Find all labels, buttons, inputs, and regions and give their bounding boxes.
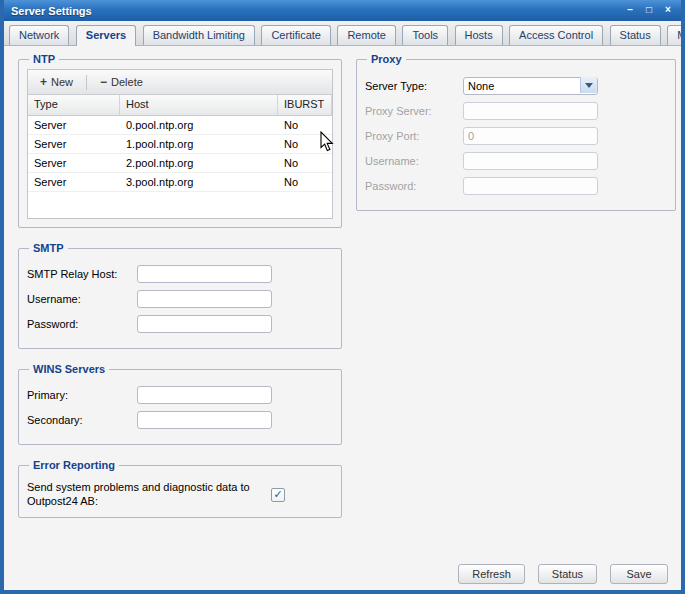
proxy-legend: Proxy [367, 53, 406, 65]
wins-legend: WINS Servers [29, 363, 109, 375]
cell-type: Server [28, 154, 120, 172]
proxy-server-label: Proxy Server: [365, 105, 463, 117]
wins-secondary-label: Secondary: [27, 414, 137, 426]
titlebar[interactable]: Server Settings – □ × [4, 0, 681, 21]
cell-host: 0.pool.ntp.org [120, 116, 278, 134]
wins-primary-field[interactable] [137, 386, 272, 404]
status-button[interactable]: Status [538, 564, 597, 584]
wins-fieldset: WINS Servers Primary: Secondary: [18, 363, 342, 445]
server-type-combo[interactable] [463, 76, 598, 95]
ntp-row[interactable]: Server 3.pool.ntp.org No [28, 173, 332, 192]
toolbar-separator [86, 75, 87, 90]
combo-trigger-button[interactable] [580, 77, 597, 93]
ntp-legend: NTP [29, 53, 59, 65]
cell-iburst: No [278, 135, 332, 153]
wins-secondary-field[interactable] [137, 411, 272, 429]
tab-network[interactable]: Network [9, 25, 69, 45]
minus-icon: − [100, 75, 107, 89]
smtp-username-label: Username: [27, 293, 137, 305]
window-title: Server Settings [11, 5, 92, 17]
footer-button-bar: Refresh Status Save [458, 564, 668, 584]
tab-certificate[interactable]: Certificate [261, 25, 331, 45]
minimize-icon[interactable]: – [623, 4, 637, 17]
error-reporting-text: Send system problems and diagnostic data… [27, 481, 265, 509]
smtp-legend: SMTP [29, 242, 68, 254]
proxy-password-label: Password: [365, 180, 463, 192]
proxy-server-field [463, 102, 598, 120]
delete-button[interactable]: − Delete [92, 72, 151, 92]
cell-iburst: No [278, 154, 332, 172]
tab-hosts[interactable]: Hosts [455, 25, 503, 45]
tab-servers[interactable]: Servers [76, 25, 136, 46]
smtp-fieldset: SMTP SMTP Relay Host: Username: Password… [18, 242, 342, 349]
ntp-grid: + New − Delete Type Host IBURST [27, 69, 333, 219]
ntp-toolbar: + New − Delete [28, 70, 332, 95]
proxy-password-field [463, 177, 598, 195]
refresh-button[interactable]: Refresh [458, 564, 525, 584]
column-header-type[interactable]: Type [28, 95, 120, 115]
new-button-label: New [51, 76, 73, 88]
tab-status[interactable]: Status [610, 25, 661, 45]
smtp-relay-host-label: SMTP Relay Host: [27, 268, 137, 280]
proxy-port-field [463, 127, 598, 145]
chevron-down-icon [585, 83, 593, 88]
ntp-row[interactable]: Server 2.pool.ntp.org No [28, 154, 332, 173]
cell-iburst: No [278, 173, 332, 191]
proxy-username-field [463, 152, 598, 170]
error-reporting-checkbox[interactable]: ✓ [271, 488, 285, 502]
proxy-username-label: Username: [365, 155, 463, 167]
column-header-host[interactable]: Host [120, 95, 278, 115]
column-header-iburst[interactable]: IBURST [278, 95, 332, 115]
wins-primary-label: Primary: [27, 389, 137, 401]
cell-type: Server [28, 135, 120, 153]
cell-host: 3.pool.ntp.org [120, 173, 278, 191]
error-reporting-fieldset: Error Reporting Send system problems and… [18, 459, 342, 518]
check-icon: ✓ [273, 488, 282, 501]
server-type-label: Server Type: [365, 80, 463, 92]
new-button[interactable]: + New [32, 72, 81, 92]
cell-host: 2.pool.ntp.org [120, 154, 278, 172]
tab-tools[interactable]: Tools [402, 25, 448, 45]
maximize-icon[interactable]: □ [642, 4, 656, 17]
close-icon[interactable]: × [661, 4, 675, 17]
server-settings-window: Server Settings – □ × Network Servers Ba… [0, 0, 685, 594]
plus-icon: + [40, 75, 47, 89]
tab-bar: Network Servers Bandwidth Limiting Certi… [4, 21, 681, 46]
tab-remote[interactable]: Remote [337, 25, 396, 45]
tab-bandwidth-limiting[interactable]: Bandwidth Limiting [143, 25, 255, 45]
smtp-password-label: Password: [27, 318, 137, 330]
content-panel: NTP + New − Delete Type [4, 46, 681, 590]
save-button[interactable]: Save [610, 564, 668, 584]
cell-iburst: No [278, 116, 332, 134]
delete-button-label: Delete [111, 76, 143, 88]
smtp-password-field[interactable] [137, 315, 272, 333]
ntp-row[interactable]: Server 0.pool.ntp.org No [28, 116, 332, 135]
proxy-fieldset: Proxy Server Type: Proxy Server: Pro [356, 53, 676, 211]
ntp-fieldset: NTP + New − Delete Type [18, 53, 342, 228]
tab-management[interactable]: Management [667, 25, 685, 45]
ntp-row[interactable]: Server 1.pool.ntp.org No [28, 135, 332, 154]
smtp-username-field[interactable] [137, 290, 272, 308]
proxy-port-label: Proxy Port: [365, 130, 463, 142]
smtp-relay-host-field[interactable] [137, 265, 272, 283]
server-type-input[interactable] [463, 77, 598, 95]
ntp-grid-header: Type Host IBURST [28, 95, 332, 116]
tab-access-control[interactable]: Access Control [509, 25, 603, 45]
error-reporting-legend: Error Reporting [29, 459, 119, 471]
cell-host: 1.pool.ntp.org [120, 135, 278, 153]
cell-type: Server [28, 116, 120, 134]
cell-type: Server [28, 173, 120, 191]
